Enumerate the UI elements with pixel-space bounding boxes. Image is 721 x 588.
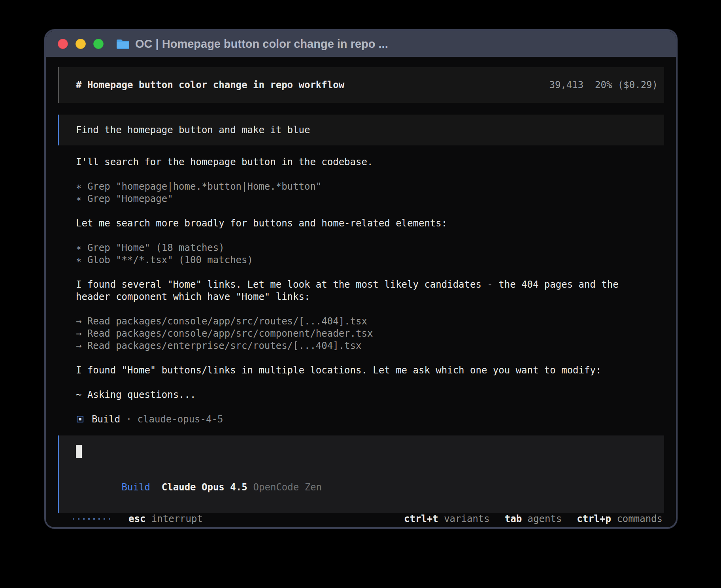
spinner-dot — [73, 518, 74, 520]
assistant-text-line: Let me search more broadly for buttons a… — [76, 217, 664, 229]
text-segment: ∗ Grep "Home" (18 matches) — [76, 242, 225, 253]
keybind-label: commands — [611, 513, 662, 524]
text-segment: header component which have "Home" links… — [76, 291, 310, 302]
blank-line — [76, 168, 664, 180]
text-segment: → Read packages/console/app/src/componen… — [76, 328, 373, 339]
keybind-label: agents — [522, 513, 562, 524]
assistant-text-line: header component which have "Home" links… — [76, 290, 664, 303]
terminal-window: OC | Homepage button color change in rep… — [44, 29, 678, 529]
text-segment: I found several "Home" links. Let me loo… — [76, 279, 619, 290]
transcript: I'll search for the homepage button in t… — [76, 156, 664, 425]
user-message: Find the homepage button and make it blu… — [58, 115, 664, 145]
prompt-input[interactable]: BuildClaude Opus 4.5OpenCode Zen — [58, 435, 664, 513]
close-button[interactable] — [58, 39, 68, 49]
tool-call-read: → Read packages/enterprise/src/routes/[.… — [76, 339, 664, 352]
session-title: # Homepage button color change in repo w… — [76, 79, 344, 90]
keybind-key: tab — [505, 513, 522, 524]
provider-name: OpenCode Zen — [253, 482, 322, 493]
spinner-dot — [104, 518, 105, 520]
spinner-dot — [78, 518, 79, 520]
status-left: esc interrupt — [73, 513, 203, 524]
build-agent-icon — [77, 416, 83, 422]
model-name: Claude Opus 4.5 — [162, 482, 247, 493]
tool-call-grep: ∗ Grep "Home" (18 matches) — [76, 241, 664, 254]
blank-line — [76, 376, 664, 388]
assistant-text-line: I found "Home" buttons/links in multiple… — [76, 364, 664, 376]
maximize-button[interactable] — [93, 39, 104, 49]
text-segment: ~ Asking questions... — [76, 389, 196, 400]
keybind-label — [145, 513, 151, 524]
progress-dots — [73, 518, 110, 520]
status-activity-line: ~ Asking questions... — [76, 388, 664, 401]
blank-line — [76, 303, 664, 315]
assistant-text-line: I found several "Home" links. Let me loo… — [76, 278, 664, 290]
tool-call-read: → Read packages/console/app/src/componen… — [76, 327, 664, 339]
user-message-text: Find the homepage button and make it blu… — [76, 124, 310, 136]
text-segment: ∗ Glob "**/*.tsx" (100 matches) — [76, 254, 253, 266]
tool-call-grep: ∗ Grep "Homepage" — [76, 192, 664, 205]
keybind-hint-commands: ctrl+p commands — [577, 513, 662, 524]
spinner-dot — [83, 518, 85, 520]
status-right: ctrl+t variantstab agentsctrl+p commands — [404, 513, 662, 524]
text-segment: ∗ Grep "Homepage" — [76, 193, 173, 204]
folder-icon — [116, 39, 130, 49]
spinner-dot — [93, 518, 95, 520]
spinner-dot — [88, 518, 90, 520]
keybind-key: ctrl+p — [577, 513, 611, 524]
terminal-content: # Homepage button color change in repo w… — [46, 57, 676, 529]
text-segment: → Read packages/enterprise/src/routes/[.… — [76, 340, 361, 351]
text-segment: Build — [92, 414, 120, 425]
keybind-hint-agents: tab agents — [505, 513, 562, 524]
tool-call-read: → Read packages/console/app/src/routes/[… — [76, 315, 664, 327]
text-segment: ∗ Grep "homepage|home.*button|Home.*butt… — [76, 181, 321, 192]
keybind-hint-interrupt: esc interrupt — [128, 513, 203, 524]
session-token-stats: 39,413 20% ($0.29) — [549, 79, 658, 90]
window-title: OC | Homepage button color change in rep… — [135, 38, 388, 51]
blank-line — [76, 229, 664, 241]
text-segment: I'll search for the homepage button in t… — [76, 156, 373, 168]
blank-line — [76, 352, 664, 364]
spinner-dot — [98, 518, 100, 520]
text-segment: · — [120, 414, 137, 425]
session-header: # Homepage button color change in repo w… — [58, 67, 664, 103]
keybind-hint-variants: ctrl+t variants — [404, 513, 490, 524]
tool-call-grep: ∗ Grep "homepage|home.*button|Home.*butt… — [76, 180, 664, 192]
spinner-dot — [109, 518, 110, 520]
keybind-label: variants — [438, 513, 490, 524]
blank-line — [76, 266, 664, 278]
blank-line — [76, 205, 664, 217]
text-segment: I found "Home" buttons/links in multiple… — [76, 365, 601, 376]
minimize-button[interactable] — [75, 39, 86, 49]
agent-status-line: Build · claude-opus-4-5 — [76, 413, 664, 425]
assistant-text-line: I'll search for the homepage button in t… — [76, 156, 664, 168]
tool-call-glob: ∗ Glob "**/*.tsx" (100 matches) — [76, 254, 664, 266]
blank-line — [76, 401, 664, 413]
text-segment: claude-opus-4-5 — [138, 414, 223, 425]
agent-mode-label[interactable]: Build — [122, 482, 150, 493]
keybind-key: ctrl+t — [404, 513, 438, 524]
text-segment: → Read packages/console/app/src/routes/[… — [76, 316, 367, 327]
traffic-lights — [58, 39, 104, 49]
model-status-line: BuildClaude Opus 4.5OpenCode Zen — [76, 471, 664, 504]
keybind-label: interrupt — [151, 513, 203, 524]
window-titlebar[interactable]: OC | Homepage button color change in rep… — [46, 31, 676, 57]
text-segment: Let me search more broadly for buttons a… — [76, 218, 447, 229]
status-bar: esc interrupt ctrl+t variantstab agentsc… — [58, 513, 664, 524]
prompt-cursor-line — [76, 445, 664, 460]
keybind-key: esc — [128, 513, 145, 524]
text-cursor — [76, 445, 82, 458]
